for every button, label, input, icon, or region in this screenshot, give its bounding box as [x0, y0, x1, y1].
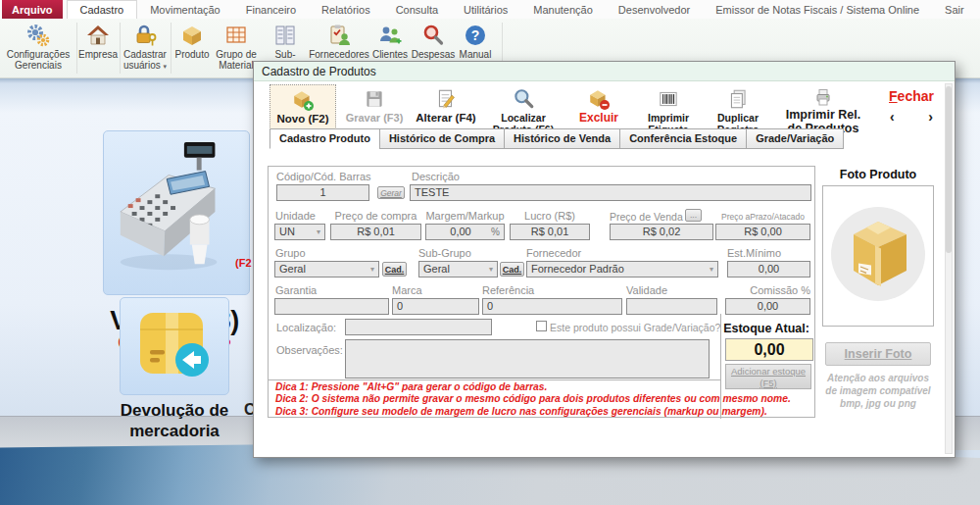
lucro-input[interactable]: R$ 0,01	[510, 224, 590, 240]
margem-input[interactable]: 0,00%	[425, 224, 505, 240]
fechar-button[interactable]: Fechar ‹ ›	[877, 84, 946, 137]
chevron-down-icon: ▾	[370, 262, 374, 277]
dica-1: Dica 1: Pressione "Alt+G" para gerar o c…	[275, 381, 812, 393]
dialog-tabs: Cadastro Produto Histórico de Compra His…	[270, 128, 844, 149]
garantia-input[interactable]	[274, 298, 389, 315]
comissao-input[interactable]: 0,00	[725, 298, 810, 315]
next-record-button[interactable]: ›	[928, 111, 933, 123]
unidade-label: Unidade	[275, 210, 316, 222]
dialog-title: Cadastro de Produtos	[254, 62, 955, 81]
ribbon-button-label: Clientes	[372, 49, 408, 60]
menubar: Arquivo Cadastro Movimentação Financeiro…	[0, 0, 980, 19]
preco-venda-more-button[interactable]: ...	[685, 209, 702, 222]
hint-fragment: (F2	[235, 257, 252, 269]
record-navigation: ‹ ›	[890, 111, 933, 123]
preco-aprazo-input[interactable]: R$ 0,00	[715, 224, 810, 240]
menu-item-consulta[interactable]: Consulta	[383, 0, 451, 19]
horizontal-divider	[269, 379, 720, 380]
menu-item-desenvolvedor[interactable]: Desenvolvedor	[606, 0, 703, 19]
preco-venda-label: Preço de Venda	[610, 211, 683, 223]
marca-input[interactable]: 0	[392, 298, 479, 315]
page-pencil-icon	[434, 86, 458, 112]
grupo-cad-button[interactable]: Cad.	[382, 262, 407, 277]
validade-input[interactable]	[626, 298, 717, 315]
descricao-input[interactable]: TESTE	[410, 184, 811, 201]
ribbon-button-label: Configurações Gerenciais	[2, 49, 74, 71]
ribbon-button-empresa[interactable]: Empresa	[78, 22, 118, 76]
venda-card[interactable]	[103, 130, 250, 295]
fornecedor-select[interactable]: Fornecedor Padrão▾	[526, 261, 718, 278]
hidden-label-fragment: C	[244, 401, 253, 419]
prev-record-button[interactable]: ‹	[890, 111, 895, 123]
preco-compra-input[interactable]: R$ 0,01	[330, 224, 421, 240]
unidade-select[interactable]: UN▾	[274, 224, 325, 240]
lock-key-icon	[132, 22, 158, 49]
menu-item-manutencao[interactable]: Manutenção	[520, 0, 606, 19]
menu-item-cadastro[interactable]: Cadastro	[67, 0, 138, 19]
foto-note: Atenção aos arquivos de imagem compatíve…	[820, 372, 936, 410]
devolucao-title[interactable]: Devolução de mercadoria	[86, 400, 263, 441]
preco-venda-input[interactable]: R$ 0,02	[610, 224, 713, 240]
box-plus-icon	[291, 87, 315, 113]
percent-suffix: %	[491, 225, 500, 239]
codigo-input[interactable]: 1	[276, 184, 369, 201]
estoque-atual-label: Estoque Atual:	[717, 322, 815, 335]
grade-checkbox-label: Este produto possui Grade/Variação?	[550, 322, 720, 333]
marca-label: Marca	[392, 284, 422, 296]
duplicate-pages-icon	[726, 86, 750, 112]
gerar-button[interactable]: Gerar	[377, 186, 405, 199]
subgrupo-label: Sub-Grupo	[418, 247, 471, 259]
devolucao-card[interactable]	[120, 297, 229, 395]
preco-aprazo-label: Preço aPrazo/Atacado	[715, 212, 810, 222]
localizacao-input[interactable]	[345, 319, 492, 335]
ribbon-button-produto[interactable]: Produto	[172, 22, 212, 76]
menu-item-financeiro[interactable]: Financeiro	[233, 0, 309, 19]
menu-item-emissor-nf[interactable]: Emissor de Notas Fiscais / Sistema Onlin…	[703, 0, 932, 19]
dica-2: Dica 2: O sistema não permite gravar o m…	[275, 393, 812, 405]
lucro-label: Lucro (R$)	[510, 210, 590, 222]
house-icon	[85, 22, 111, 49]
tab-cadastro-produto[interactable]: Cadastro Produto	[270, 128, 379, 149]
menu-item-relatorios[interactable]: Relatórios	[309, 0, 383, 19]
novo-label: Novo (F2)	[276, 113, 328, 125]
estminimo-label: Est.Mínimo	[727, 247, 781, 259]
margem-label: Margem/Markup	[425, 210, 505, 222]
svg-text:?: ?	[471, 27, 480, 43]
cadastro-produtos-dialog: Cadastro de Produtos Novo (F2) Gravar (F…	[253, 61, 956, 458]
subgrupo-select[interactable]: Geral▾	[418, 261, 498, 278]
ribbon-separator	[171, 23, 172, 74]
referencia-label: Referência	[482, 284, 534, 296]
dialog-scrollbar[interactable]	[945, 83, 953, 454]
validade-label: Validade	[626, 284, 667, 296]
subgrupo-cad-button[interactable]: Cad.	[500, 262, 524, 277]
alterar-label: Alterar (F4)	[416, 112, 475, 124]
ribbon-separator	[76, 23, 77, 74]
people-icon	[377, 22, 403, 49]
ribbon-button-label: Cadastrar usuários ▾	[122, 49, 169, 72]
menu-item-arquivo[interactable]: Arquivo	[2, 0, 63, 19]
ribbon-button-configuracoes-gerenciais[interactable]: Configurações Gerenciais	[2, 22, 74, 76]
dicas-block: Dica 1: Pressione "Alt+G" para gerar o c…	[275, 381, 812, 418]
ribbon-button-label: Fornecedores	[309, 49, 369, 60]
menu-item-movimentacao[interactable]: Movimentação	[137, 0, 233, 19]
fechar-label: Fechar	[889, 90, 934, 102]
tab-conferencia-estoque[interactable]: Conferência Estoque	[619, 128, 746, 149]
grupo-select[interactable]: Geral▾	[274, 261, 379, 278]
scrollbar-thumb[interactable]	[946, 86, 952, 253]
gears-icon	[25, 22, 51, 49]
referencia-input[interactable]: 0	[482, 298, 622, 315]
tab-historico-venda[interactable]: Histórico de Venda	[504, 128, 619, 149]
grade-variacao-checkbox[interactable]	[536, 321, 547, 331]
ribbon-button-cadastrar-usuarios[interactable]: Cadastrar usuários ▾	[122, 22, 169, 76]
tab-grade-variacao[interactable]: Grade/Variação	[746, 128, 844, 149]
ribbon-button-label: Empresa	[78, 49, 118, 60]
menu-item-utilitarios[interactable]: Utilitários	[451, 0, 520, 19]
estminimo-input[interactable]: 0,00	[727, 261, 810, 278]
codigo-label: Código/Cód. Barras	[276, 171, 371, 182]
tab-historico-compra[interactable]: Histórico de Compra	[379, 128, 504, 149]
grupo-label: Grupo	[275, 247, 306, 259]
menu-item-sair[interactable]: Sair	[932, 0, 977, 19]
printer-icon	[812, 86, 834, 108]
inserir-foto-button[interactable]: Inserir Foto	[825, 342, 931, 366]
observacoes-textarea[interactable]	[345, 339, 710, 379]
